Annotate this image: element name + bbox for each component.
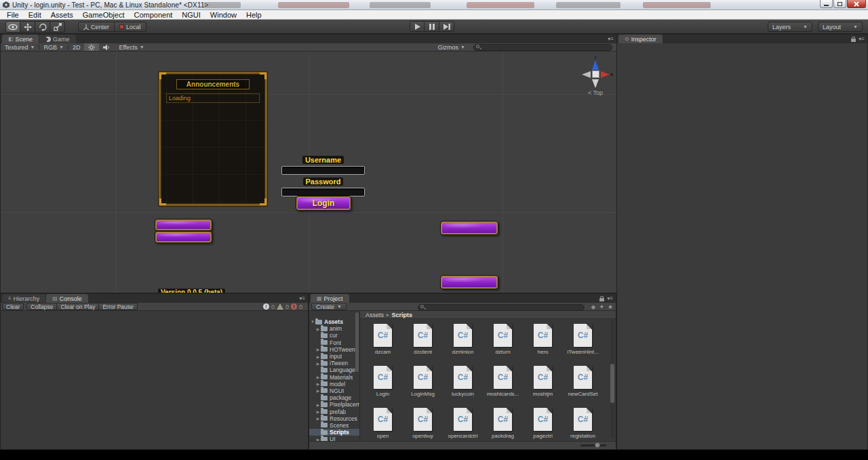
- folder-item-package[interactable]: package: [309, 394, 359, 401]
- minimize-button[interactable]: [820, 0, 833, 8]
- arrow-collapsed-icon[interactable]: ▶: [315, 354, 321, 359]
- move-tool-button[interactable]: [20, 21, 35, 33]
- maximize-button[interactable]: [833, 0, 846, 8]
- rotation-local-button[interactable]: Local: [115, 22, 146, 32]
- asset-hero[interactable]: C#hero: [523, 324, 563, 366]
- x-axis-cone[interactable]: [601, 71, 610, 78]
- zoom-slider-knob[interactable]: [595, 442, 600, 448]
- folder-item-cur[interactable]: cur: [309, 332, 359, 339]
- arrow-collapsed-icon[interactable]: ▶: [315, 388, 321, 393]
- folder-item-itween[interactable]: ▶iTween: [309, 360, 359, 367]
- scene-search-input[interactable]: [473, 44, 612, 51]
- menu-window[interactable]: Window: [205, 10, 241, 20]
- layout-dropdown[interactable]: Layout ▼: [818, 22, 863, 32]
- clear-on-play-button[interactable]: Clear on Play: [57, 303, 99, 310]
- tree-scrollbar[interactable]: [355, 312, 359, 372]
- arrow-collapsed-icon[interactable]: ▶: [315, 381, 321, 386]
- asset-login[interactable]: C#Login: [363, 366, 403, 408]
- folder-item-ngui[interactable]: ▶NGUI: [309, 388, 359, 394]
- menu-component[interactable]: Component: [129, 10, 177, 20]
- tab-hierarchy[interactable]: ≡ Hierarchy: [2, 294, 45, 303]
- clear-button[interactable]: Clear: [2, 303, 24, 310]
- lock-icon[interactable]: [851, 39, 856, 42]
- purple-bar-button-4[interactable]: [440, 275, 498, 289]
- announcements-panel[interactable]: Announcements Loading: [159, 72, 267, 206]
- asset-dzclient[interactable]: C#dzclient: [403, 324, 443, 366]
- search-by-type-icon[interactable]: ◈: [591, 304, 595, 310]
- collapse-button[interactable]: Collapse: [26, 303, 57, 310]
- layers-dropdown[interactable]: Layers ▼: [768, 22, 812, 32]
- menu-ngui[interactable]: NGUI: [177, 10, 205, 20]
- login-button[interactable]: Login: [296, 196, 351, 211]
- audio-toggle-button[interactable]: [99, 43, 115, 51]
- tab-console[interactable]: ▤ Console: [46, 294, 88, 303]
- menu-help[interactable]: Help: [241, 10, 267, 20]
- arrow-collapsed-icon[interactable]: ▶: [315, 375, 321, 379]
- inspector-content[interactable]: [617, 43, 867, 449]
- error-pause-button[interactable]: Error Pause: [99, 303, 137, 310]
- asset-openbuy[interactable]: C#openbuy: [403, 408, 443, 441]
- gizmos-dropdown[interactable]: Gizmos ▼: [434, 44, 469, 51]
- folder-item-input[interactable]: ▶input: [309, 353, 359, 360]
- tab-game[interactable]: Game: [39, 35, 76, 43]
- project-search-input[interactable]: [418, 304, 585, 311]
- panel-menu-icon[interactable]: ▾≡: [608, 36, 614, 42]
- breadcrumb-root[interactable]: Assets: [366, 312, 384, 318]
- scale-tool-button[interactable]: [50, 21, 65, 33]
- asset-dzturn[interactable]: C#dzturn: [483, 324, 523, 366]
- rotate-tool-button[interactable]: [35, 21, 50, 33]
- asset-pagectrl[interactable]: C#pagectrl: [523, 408, 563, 441]
- asset-packdrag[interactable]: C#packdrag: [483, 408, 523, 441]
- asset-registation[interactable]: C#registation: [563, 408, 603, 441]
- west-axis-cone[interactable]: [582, 71, 591, 78]
- step-button[interactable]: [439, 21, 454, 32]
- window-titlebar[interactable]: Unity - login.unity - Test - PC, Mac & L…: [0, 0, 868, 10]
- arrow-collapsed-icon[interactable]: ▶: [315, 402, 321, 407]
- asset-moshijm[interactable]: C#moshijm: [523, 366, 563, 408]
- folder-item-language[interactable]: Language: [309, 367, 359, 373]
- search-by-label-icon[interactable]: ✦: [599, 304, 604, 310]
- tab-scene[interactable]: ◧ Scene: [2, 35, 39, 43]
- panel-menu-icon[interactable]: ▾≡: [859, 36, 865, 42]
- asset-dzcam[interactable]: C#dzcam: [363, 324, 403, 366]
- folder-item-scripts[interactable]: Scripts: [309, 429, 359, 436]
- folder-item-prefab[interactable]: ▶prefab: [309, 408, 359, 415]
- folder-item-pixelplacement[interactable]: ▶Pixelplacement: [309, 401, 359, 408]
- asset-dzminion[interactable]: C#dzminion: [443, 324, 483, 366]
- lighting-toggle-button[interactable]: [84, 43, 99, 51]
- purple-bar-button-3[interactable]: [440, 221, 498, 235]
- folder-item-assets[interactable]: ▼Assets: [309, 318, 359, 325]
- folder-item-hotween[interactable]: ▶HOTween: [309, 346, 359, 353]
- username-input[interactable]: [281, 166, 365, 175]
- asset-loginmsg[interactable]: C#LoginMsg: [403, 366, 443, 408]
- asset-opencardctrl[interactable]: C#opencardctrl: [443, 408, 483, 441]
- scene-canvas[interactable]: Announcements Loading Username Password …: [1, 51, 616, 293]
- folder-item-materials[interactable]: ▶Materials: [309, 374, 359, 381]
- grid-scrollbar-handle[interactable]: [610, 364, 614, 403]
- arrow-collapsed-icon[interactable]: ▶: [315, 327, 321, 331]
- tab-project[interactable]: ▦ Project: [311, 294, 349, 303]
- grid-scrollbar[interactable]: [610, 320, 614, 438]
- panel-menu-icon[interactable]: ▾≡: [607, 295, 613, 301]
- pan-tool-button[interactable]: [5, 21, 20, 33]
- play-button[interactable]: [410, 21, 425, 32]
- arrow-expanded-icon[interactable]: ▼: [310, 320, 315, 324]
- folder-item-scenes[interactable]: Scenes: [309, 422, 359, 429]
- folder-item-model[interactable]: ▶model: [309, 381, 359, 388]
- warning-icon[interactable]: [277, 304, 283, 310]
- south-axis-cone[interactable]: [592, 79, 599, 88]
- arrow-collapsed-icon[interactable]: ▶: [315, 361, 321, 366]
- 2d-toggle-button[interactable]: 2D: [68, 43, 85, 51]
- folder-item-ui[interactable]: ▶UI: [309, 436, 359, 441]
- z-axis-cone[interactable]: [592, 60, 599, 70]
- purple-bar-button-2[interactable]: [155, 231, 212, 243]
- menu-assets[interactable]: Assets: [46, 10, 78, 20]
- pause-button[interactable]: [425, 21, 439, 32]
- arrow-collapsed-icon[interactable]: ▶: [315, 409, 321, 414]
- asset-itweenhint[interactable]: C#iTweenHint...: [563, 324, 603, 366]
- shading-mode-dropdown[interactable]: Textured ▼: [1, 43, 39, 51]
- console-log-area[interactable]: [1, 311, 308, 449]
- tab-inspector[interactable]: ⊙ Inspector: [618, 35, 663, 43]
- menu-edit[interactable]: Edit: [24, 10, 46, 20]
- folder-item-font[interactable]: Font: [309, 339, 359, 346]
